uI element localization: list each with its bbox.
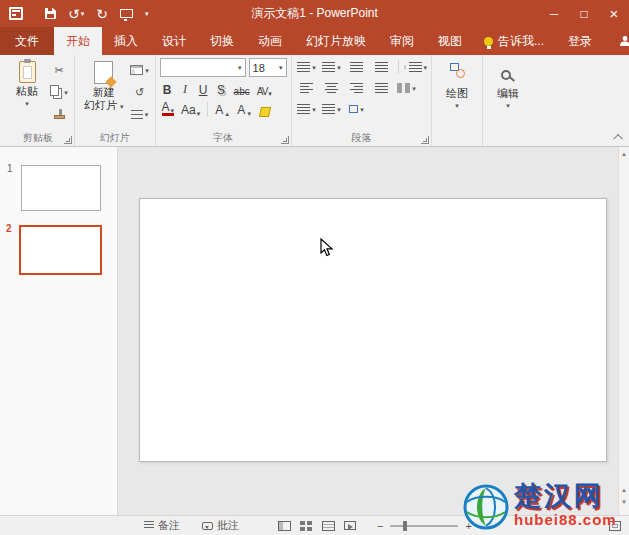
align-right-button[interactable] — [346, 79, 368, 97]
highlight-button[interactable] — [257, 100, 272, 117]
decrease-indent-button[interactable] — [346, 58, 368, 76]
line-spacing-dropdown-icon[interactable]: ▾ — [424, 64, 428, 71]
align-text-dropdown-icon[interactable]: ▾ — [337, 106, 341, 113]
paste-label: 粘贴 — [16, 85, 38, 98]
normal-view-button[interactable] — [273, 516, 295, 535]
ribbon-tabs: 文件 开始 插入 设计 切换 动画 幻灯片放映 审阅 视图 告诉我... 登录 … — [0, 27, 629, 55]
zoom-slider-thumb[interactable] — [403, 521, 407, 531]
bullets-button[interactable]: ▾ — [296, 58, 318, 76]
collapse-ribbon-icon[interactable] — [613, 134, 623, 144]
slideshow-view-button[interactable] — [339, 516, 361, 535]
section-dropdown-icon[interactable]: ▾ — [145, 111, 149, 118]
arrow-up-icon: ▲ — [224, 111, 230, 117]
start-slideshow-button[interactable] — [114, 0, 139, 27]
tab-review[interactable]: 审阅 — [378, 27, 426, 55]
bold-button[interactable]: B — [160, 80, 175, 97]
align-text-button[interactable]: ▾ — [321, 100, 343, 118]
redo-button[interactable]: ↻ — [90, 0, 114, 27]
drawing-dropdown-icon[interactable]: ▾ — [455, 102, 459, 109]
vertical-scrollbar[interactable]: ▲ ▲ ▼ — [618, 147, 629, 515]
slide-canvas[interactable] — [139, 198, 607, 462]
new-slide-dropdown-icon[interactable]: ▾ — [120, 103, 124, 110]
copy-dropdown-icon[interactable]: ▾ — [64, 89, 68, 96]
sign-in-button[interactable]: 登录 — [554, 27, 606, 55]
new-slide-button[interactable]: 新建 幻灯片 ▾ — [79, 58, 129, 132]
numbering-button[interactable]: ▾ — [321, 58, 343, 76]
numbering-dropdown-icon[interactable]: ▾ — [337, 64, 341, 71]
align-left-button[interactable] — [296, 79, 318, 97]
line-spacing-button[interactable]: ↕▾ — [404, 58, 428, 76]
font-size-dropdown-icon[interactable]: ▾ — [279, 64, 283, 71]
columns-button[interactable]: ▾ — [396, 79, 418, 97]
strikethrough-button[interactable]: abc — [232, 80, 252, 97]
italic-button[interactable]: I — [178, 80, 193, 97]
change-case-button[interactable]: Aa▾ — [179, 100, 202, 117]
justify-button[interactable] — [371, 79, 393, 97]
zoom-out-button[interactable]: − — [377, 520, 383, 532]
scroll-up-icon[interactable]: ▲ — [619, 147, 629, 161]
font-name-select[interactable]: ▾ — [160, 58, 246, 77]
text-direction-button[interactable]: ▾ — [296, 100, 318, 118]
layout-dropdown-icon[interactable]: ▾ — [145, 67, 149, 74]
tab-view[interactable]: 视图 — [426, 27, 474, 55]
customize-qat-button[interactable]: ▾ — [139, 0, 155, 27]
clipboard-dialog-launcher-icon[interactable] — [64, 136, 72, 144]
bullets-dropdown-icon[interactable]: ▾ — [312, 64, 316, 71]
font-color-dropdown-icon[interactable]: ▾ — [171, 107, 175, 114]
copy-button[interactable]: ▾ — [48, 83, 70, 101]
font-color-button[interactable]: A▾ — [160, 100, 177, 117]
drawing-button[interactable]: 绘图 ▾ — [436, 58, 478, 132]
character-spacing-dropdown-icon[interactable]: ▾ — [268, 90, 271, 97]
save-button[interactable] — [39, 0, 62, 27]
section-button[interactable]: ▾ — [129, 105, 151, 123]
undo-dropdown-icon[interactable]: ▾ — [81, 10, 85, 17]
reading-view-button[interactable] — [317, 516, 339, 535]
minimize-button[interactable]: ─ — [539, 0, 569, 27]
layout-button[interactable]: ▾ — [129, 61, 151, 79]
slide-thumbnail-2-selected[interactable] — [19, 225, 102, 275]
tab-design[interactable]: 设计 — [150, 27, 198, 55]
comments-button[interactable]: 批注 — [196, 516, 245, 535]
next-slide-button[interactable]: ▼ — [621, 499, 627, 505]
editing-button[interactable]: 编辑 ▾ — [487, 58, 529, 132]
tell-me-box[interactable]: 告诉我... — [474, 27, 554, 55]
tab-transitions[interactable]: 切换 — [198, 27, 246, 55]
tab-slideshow[interactable]: 幻灯片放映 — [294, 27, 378, 55]
slide-thumbnail-1[interactable] — [21, 165, 101, 211]
grow-font-button[interactable]: A▲ — [213, 100, 232, 117]
share-button[interactable]: 共享 — [606, 27, 629, 55]
font-name-dropdown-icon[interactable]: ▾ — [238, 64, 242, 71]
underline-button[interactable]: U — [196, 80, 211, 97]
reset-button[interactable]: ↺ — [129, 83, 151, 101]
close-button[interactable]: × — [599, 0, 629, 27]
character-spacing-button[interactable]: AV▾ — [255, 80, 273, 97]
format-painter-button[interactable] — [48, 105, 70, 123]
cut-button[interactable]: ✂ — [48, 61, 70, 79]
tab-home[interactable]: 开始 — [54, 27, 102, 55]
tab-file[interactable]: 文件 — [0, 27, 54, 55]
slide-sorter-view-button[interactable] — [295, 516, 317, 535]
text-shadow-button[interactable]: S — [214, 80, 229, 97]
font-dialog-launcher-icon[interactable] — [281, 136, 289, 144]
notes-button[interactable]: 备注 — [138, 516, 186, 535]
columns-dropdown-icon[interactable]: ▾ — [412, 85, 416, 92]
text-direction-dropdown-icon[interactable]: ▾ — [312, 106, 316, 113]
highlighter-icon — [259, 107, 271, 117]
smartart-dropdown-icon[interactable]: ▾ — [360, 106, 364, 113]
paragraph-dialog-launcher-icon[interactable] — [421, 136, 429, 144]
change-case-dropdown-icon[interactable]: ▾ — [197, 110, 201, 117]
font-size-select[interactable]: 18 ▾ — [249, 58, 287, 77]
tab-animations[interactable]: 动画 — [246, 27, 294, 55]
align-center-button[interactable] — [321, 79, 343, 97]
shrink-font-button[interactable]: A▼ — [235, 100, 254, 117]
convert-smartart-button[interactable]: ▾ — [346, 100, 368, 118]
editing-dropdown-icon[interactable]: ▾ — [506, 102, 510, 109]
increase-indent-button[interactable] — [371, 58, 393, 76]
paste-button[interactable]: 粘贴 ▾ — [6, 58, 48, 132]
previous-slide-button[interactable]: ▲ — [621, 487, 627, 493]
zoom-slider[interactable] — [390, 525, 458, 527]
paste-dropdown-icon[interactable]: ▾ — [25, 100, 29, 107]
restore-button[interactable]: □ — [569, 0, 599, 27]
undo-button[interactable]: ↺▾ — [62, 0, 90, 27]
tab-insert[interactable]: 插入 — [102, 27, 150, 55]
